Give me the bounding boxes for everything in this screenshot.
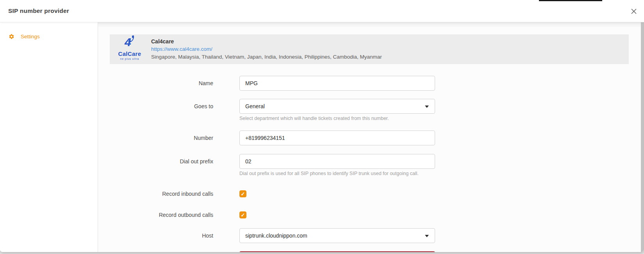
chevron-down-icon <box>425 235 429 237</box>
form-row-host: Host siptrunk.cloudnippon.com <box>98 228 435 243</box>
provider-card: 4 CalCare ne plus ultra Cal4care https:/… <box>110 34 629 64</box>
logo-brand-part1: Cal <box>118 50 128 57</box>
sidebar-item-settings[interactable]: Settings <box>9 34 98 39</box>
sip-number-provider-modal: SIP number provider Settings <box>0 0 644 252</box>
number-input[interactable] <box>239 131 435 145</box>
background-page-artifact <box>539 0 602 1</box>
form-row-dial-out-prefix: Dial out prefix <box>98 154 435 169</box>
logo-brand: CalCare <box>114 50 145 57</box>
modal-header: SIP number provider <box>0 0 644 22</box>
scrollbar-thumb[interactable] <box>641 22 644 252</box>
host-select[interactable]: siptrunk.cloudnippon.com <box>239 228 435 243</box>
logo-tagline: ne plus ultra <box>114 57 145 60</box>
goes-to-select[interactable]: General <box>239 99 435 114</box>
record-outbound-label: Record outbound calls <box>98 212 213 218</box>
record-inbound-label: Record inbound calls <box>98 191 213 197</box>
provider-url-link[interactable]: https://www.cal4care.com/ <box>151 45 212 53</box>
record-inbound-checkbox[interactable]: ✓ <box>239 190 246 197</box>
clipped-error-input[interactable] <box>239 251 435 252</box>
host-value: siptrunk.cloudnippon.com <box>245 233 307 239</box>
goes-to-label: Goes to <box>98 103 213 109</box>
form-row-name: Name <box>98 76 435 91</box>
dial-out-prefix-label: Dial out prefix <box>98 158 213 165</box>
provider-name: Cal4care <box>151 38 382 45</box>
host-label: Host <box>98 233 213 239</box>
screen: SIP number provider Settings <box>0 0 644 254</box>
settings-panel: 4 CalCare ne plus ultra Cal4care https:/… <box>98 22 644 252</box>
chevron-down-icon <box>425 106 429 108</box>
provider-countries: Singapore, Malaysia, Thailand, Vietnam, … <box>151 53 382 61</box>
logo-brand-part2: Care <box>128 50 141 57</box>
goes-to-helper: Select department which will handle tick… <box>239 116 389 121</box>
checkmark-icon: ✓ <box>241 213 245 218</box>
dial-out-prefix-input[interactable] <box>239 154 435 169</box>
modal-title: SIP number provider <box>8 7 69 14</box>
vertical-scrollbar[interactable] <box>641 22 644 252</box>
form-row-goes-to: Goes to General <box>98 99 435 114</box>
form-row-number: Number <box>98 131 435 145</box>
number-label: Number <box>98 135 213 141</box>
gear-icon <box>9 34 14 39</box>
close-icon[interactable] <box>630 8 637 15</box>
goes-to-value: General <box>245 103 265 109</box>
name-label: Name <box>98 80 213 86</box>
sidebar: Settings <box>0 22 98 252</box>
checkmark-icon: ✓ <box>241 191 245 197</box>
modal-body: Settings 4 CalCare ne plus ultra <box>0 22 644 252</box>
form-row-record-outbound: Record outbound calls ✓ <box>98 211 246 219</box>
form-row-clipped-error-field <box>98 251 435 252</box>
provider-info: Cal4care https://www.cal4care.com/ Singa… <box>151 38 382 61</box>
record-outbound-checkbox[interactable]: ✓ <box>239 211 246 218</box>
logo-digit: 4 <box>125 36 131 48</box>
sidebar-item-label: Settings <box>21 34 40 39</box>
dial-out-prefix-helper: Dial out prefix is used for all SIP phon… <box>239 171 419 176</box>
name-input[interactable] <box>239 76 435 91</box>
cal4care-logo: 4 CalCare ne plus ultra <box>114 36 145 63</box>
form-row-record-inbound: Record inbound calls ✓ <box>98 190 246 198</box>
